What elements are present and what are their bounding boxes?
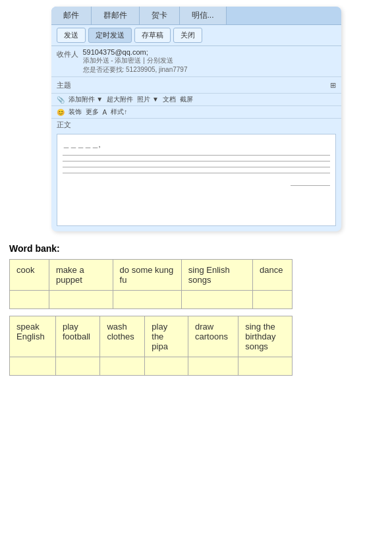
body-line-1 <box>63 155 330 156</box>
tab-group-mail[interactable]: 群邮件 <box>92 7 140 24</box>
list-item: speak English <box>10 316 56 357</box>
email-toolbar: 发送 定时发送 存草稿 关闭 <box>51 25 341 46</box>
body-line-2 <box>63 161 330 161</box>
doc-btn[interactable]: 文档 <box>163 95 176 104</box>
table-row: speak English play football wash clothes… <box>10 316 293 357</box>
email-body[interactable]: ＿＿＿＿＿, <box>57 134 336 226</box>
list-item: make a puppet <box>49 260 113 291</box>
attach-icon: 📎 <box>57 96 65 103</box>
list-item <box>10 291 49 309</box>
list-item: cook <box>10 260 49 291</box>
word-bank-table: cook make a puppet do some kung fu sing … <box>9 259 293 309</box>
email-window: 邮件 群邮件 贺卡 明信... 发送 定时发送 存草稿 关闭 收件人 59104… <box>51 7 341 231</box>
list-item: sing the birthday songs <box>238 316 293 357</box>
list-item: wash clothes <box>100 316 145 357</box>
table-row-spacer-2 <box>10 357 293 376</box>
tab-postcard[interactable]: 明信... <box>180 7 227 24</box>
list-item: play the pipa <box>145 316 188 357</box>
body-line-4 <box>63 173 330 173</box>
format-bar-1: 📎 添加附件 ▼ 超大附件 照片 ▼ 文档 截屏 <box>51 94 341 106</box>
save-draft-button[interactable]: 存草稿 <box>134 28 171 43</box>
subject-row: 主题 ⊞ <box>51 77 341 94</box>
more-btn[interactable]: 更多 <box>86 107 99 117</box>
list-item <box>55 357 99 376</box>
body-greeting: ＿＿＿＿＿, <box>63 140 101 148</box>
close-button[interactable]: 关闭 <box>173 28 202 43</box>
table-row-spacer <box>10 291 293 309</box>
to-label: 收件人 <box>57 48 83 59</box>
body-label: 正文 <box>51 119 341 131</box>
body-line-3 <box>63 167 330 167</box>
attach-btn[interactable]: 添加附件 ▼ <box>69 95 103 104</box>
list-item <box>100 357 145 376</box>
list-item <box>145 357 188 376</box>
scheduled-send-button[interactable]: 定时发送 <box>88 28 132 43</box>
word-bank-title: Word bank: <box>9 243 385 254</box>
list-item <box>113 291 181 309</box>
emoji-icon: 😊 <box>57 109 65 116</box>
tab-greeting[interactable]: 贺卡 <box>140 7 180 24</box>
style-btn[interactable]: 样式↑ <box>111 107 127 117</box>
subject-label: 主题 <box>57 80 83 90</box>
body-signature-line <box>291 185 330 186</box>
list-item <box>49 291 113 309</box>
large-attach-btn[interactable]: 超大附件 <box>107 95 133 104</box>
to-field: 收件人 59104375@qq.com; 添加外送 - 添加密送 | 分别发送 … <box>51 46 341 77</box>
subject-input[interactable] <box>83 79 330 91</box>
table-row: cook make a puppet do some kung fu sing … <box>10 260 293 291</box>
list-item <box>188 357 238 376</box>
list-item: dance <box>252 260 292 291</box>
to-value[interactable]: 59104375@qq.com; 添加外送 - 添加密送 | 分别发送 您是否还… <box>83 48 336 74</box>
email-tabs: 邮件 群邮件 贺卡 明信... <box>51 7 341 25</box>
list-item: sing Enlish songs <box>181 260 252 291</box>
list-item: do some kung fu <box>113 260 181 291</box>
list-item <box>181 291 252 309</box>
tab-mail[interactable]: 邮件 <box>51 7 92 24</box>
list-item: draw cartoons <box>188 316 238 357</box>
list-item <box>238 357 293 376</box>
subject-icon: ⊞ <box>330 81 336 90</box>
list-item: play football <box>55 316 99 357</box>
list-item <box>252 291 292 309</box>
screenshot-btn[interactable]: 截屏 <box>180 95 193 104</box>
photo-btn[interactable]: 照片 ▼ <box>137 95 159 104</box>
decor-btn[interactable]: 装饰 <box>69 107 82 117</box>
list-item <box>10 357 56 376</box>
send-button[interactable]: 发送 <box>57 28 86 43</box>
word-bank-table-2: speak English play football wash clothes… <box>9 316 293 376</box>
style-icon: A <box>103 109 107 116</box>
format-bar-2: 😊 装饰 更多 A 样式↑ <box>51 106 341 119</box>
